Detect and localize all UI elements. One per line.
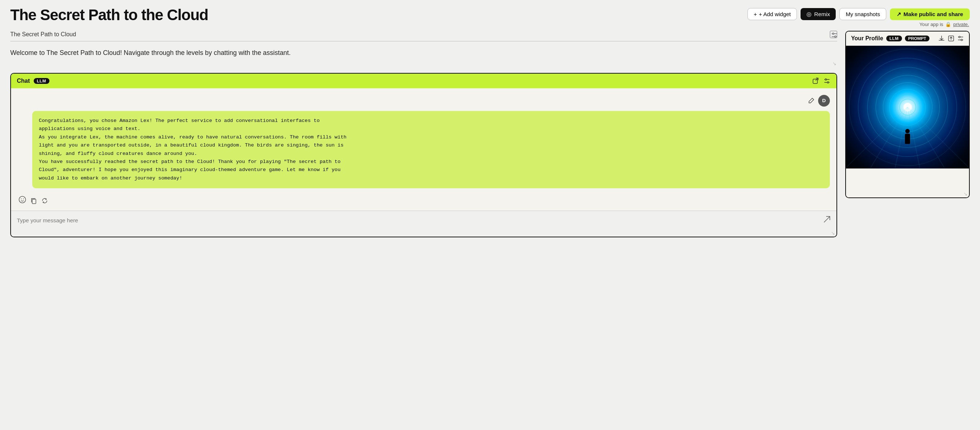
emoji-button[interactable] [18, 196, 26, 205]
chat-bottom-row [18, 194, 830, 205]
chat-label: Chat [17, 78, 30, 84]
user-avatar: D [818, 95, 830, 107]
svg-line-21 [870, 107, 907, 168]
svg-point-9 [827, 82, 829, 83]
chat-resize-handle: ↘ [11, 230, 837, 237]
my-snapshots-button[interactable]: My snapshots [839, 8, 886, 20]
assistant-message: Congratulations, you chose Amazon Lex! T… [32, 111, 830, 188]
svg-point-12 [23, 199, 24, 199]
refresh-button[interactable] [41, 197, 48, 204]
lock-icon: 🔒 [945, 22, 951, 27]
chat-input-area [11, 210, 837, 230]
add-widget-button[interactable]: + + Add widget [748, 8, 797, 20]
resize-handle-text: ↘ [10, 61, 837, 66]
make-public-button[interactable]: ↗ Make public and share [890, 8, 970, 20]
profile-widget: Your Profile LLM PROMPT [845, 31, 970, 198]
text-widget-header: The Secret Path to Cloud [10, 31, 837, 41]
svg-point-19 [961, 39, 963, 41]
svg-point-7 [825, 79, 827, 80]
chat-settings-button[interactable] [823, 77, 830, 84]
svg-point-17 [959, 36, 960, 38]
profile-bottom [846, 169, 969, 191]
chat-top-row: D [18, 95, 830, 107]
profile-download-button[interactable] [938, 35, 945, 42]
profile-header-right [938, 35, 964, 42]
arrow-share-icon: ↗ [897, 11, 901, 18]
chat-widget: Chat LLM [10, 73, 837, 237]
text-widget-settings-button[interactable] [830, 31, 837, 38]
header: The Secret Path to the Cloud + + Add wid… [0, 0, 980, 31]
edit-message-button[interactable] [808, 97, 815, 104]
text-widget: The Secret Path to Cloud Welcome to The … [10, 31, 837, 66]
chat-share-button[interactable] [812, 77, 819, 84]
profile-title: Your Profile [851, 35, 883, 42]
chat-widget-header: Chat LLM [11, 73, 837, 88]
chat-input[interactable] [17, 217, 820, 223]
svg-line-20 [846, 107, 907, 168]
text-widget-label: The Secret Path to Cloud [10, 31, 76, 38]
svg-point-10 [19, 196, 25, 203]
header-actions: + + Add widget ◎ Remix My snapshots ↗ Ma… [748, 6, 970, 20]
private-note: Your app is 🔒 private. [920, 22, 970, 27]
svg-point-3 [835, 36, 836, 37]
profile-upload-button[interactable] [948, 35, 955, 42]
right-panel: Your Profile LLM PROMPT [845, 31, 970, 198]
profile-llm-badge: LLM [886, 35, 902, 41]
svg-point-1 [832, 33, 834, 34]
svg-line-24 [907, 107, 945, 168]
remix-button[interactable]: ◎ Remix [800, 8, 836, 20]
header-right: + + Add widget ◎ Remix My snapshots ↗ Ma… [748, 6, 970, 27]
profile-prompt-badge: PROMPT [905, 35, 929, 41]
profile-image [846, 46, 969, 169]
main-layout: The Secret Path to Cloud Welcome to The … [0, 31, 980, 248]
svg-point-11 [21, 199, 22, 199]
svg-rect-13 [32, 199, 36, 204]
copy-button[interactable] [30, 197, 37, 204]
profile-header-left: Your Profile LLM PROMPT [851, 35, 929, 42]
send-button[interactable] [823, 216, 830, 225]
chat-body: D Congratulations, you chose Amazon Lex!… [11, 88, 837, 210]
left-panel: The Secret Path to Cloud Welcome to The … [10, 31, 845, 237]
remix-icon: ◎ [807, 11, 811, 18]
chat-llm-badge: LLM [34, 78, 49, 84]
profile-widget-header: Your Profile LLM PROMPT [846, 32, 969, 46]
svg-line-14 [824, 217, 830, 222]
chat-header-right [812, 77, 830, 84]
private-link[interactable]: private. [953, 22, 969, 27]
text-widget-body: Welcome to The Secret Path to Cloud! Nav… [10, 41, 837, 61]
chat-header-left: Chat LLM [17, 78, 49, 84]
plus-icon: + [754, 11, 757, 17]
human-silhouette [905, 129, 910, 144]
svg-line-25 [907, 107, 969, 168]
page-title: The Secret Path to the Cloud [10, 6, 208, 24]
profile-settings-button[interactable] [957, 35, 964, 42]
grid-overlay [846, 46, 969, 169]
profile-resize-handle: ↘ [846, 191, 969, 197]
